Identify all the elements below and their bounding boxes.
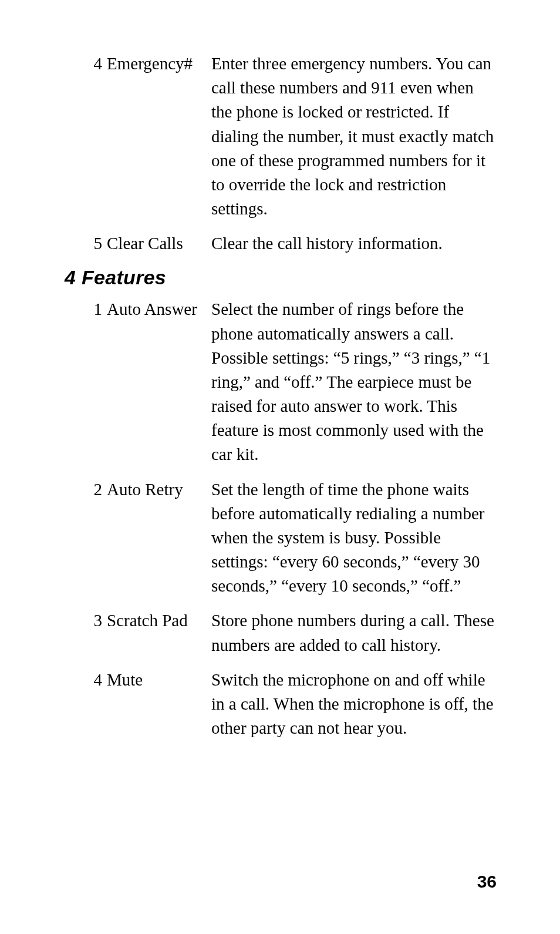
item-description: Clear the call history information. — [204, 231, 495, 256]
item-number: 4 — [87, 668, 102, 692]
item-label: Mute — [102, 668, 204, 692]
item-description: Set the length of time the phone waits b… — [204, 478, 495, 599]
section-heading: 4 Features — [65, 266, 495, 289]
menu-item-row: 4 Mute Switch the microphone on and off … — [65, 668, 495, 741]
menu-item-row: 5 Clear Calls Clear the call history inf… — [65, 231, 495, 256]
menu-item-row: 4 Emergency# Enter three emergency numbe… — [65, 52, 495, 221]
item-description: Switch the microphone on and off while i… — [204, 668, 495, 741]
menu-item-row: 3 Scratch Pad Store phone numbers during… — [65, 609, 495, 657]
item-number: 4 — [87, 52, 102, 76]
item-number: 2 — [87, 478, 102, 502]
item-description: Enter three emergency numbers. You can c… — [204, 52, 495, 221]
item-number: 1 — [87, 297, 102, 321]
item-label: Auto Answer — [102, 297, 204, 321]
menu-item-row: 1 Auto Answer Select the number of rings… — [65, 297, 495, 466]
item-label: Emergency# — [102, 52, 204, 76]
item-number: 5 — [87, 231, 102, 256]
item-description: Store phone numbers during a call. These… — [204, 609, 495, 657]
item-label: Scratch Pad — [102, 609, 204, 633]
menu-item-row: 2 Auto Retry Set the length of time the … — [65, 478, 495, 599]
item-label: Auto Retry — [102, 478, 204, 502]
page-number: 36 — [477, 872, 497, 892]
item-label: Clear Calls — [102, 231, 204, 256]
item-number: 3 — [87, 609, 102, 633]
page-content: 4 Emergency# Enter three emergency numbe… — [0, 0, 560, 740]
item-description: Select the number of rings before the ph… — [204, 297, 495, 466]
